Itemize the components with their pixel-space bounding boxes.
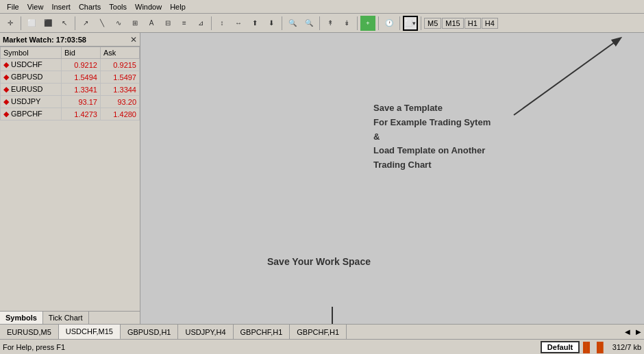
menu-insert[interactable]: Insert: [47, 3, 75, 11]
workspace-annotation: Save Your Work Space: [267, 255, 371, 269]
market-row[interactable]: ◆EURUSD 1.3341 1.3344: [1, 84, 140, 96]
diamond-icon: ◆: [3, 73, 9, 81]
toolbar-btn-10[interactable]: ≡: [177, 16, 192, 31]
symbol-cell: ◆USDJPY: [1, 96, 62, 108]
toolbar-btn-5[interactable]: ╲: [95, 16, 110, 31]
svg-line-0: [514, 38, 620, 115]
ask-value: 93.20: [100, 96, 139, 108]
toolbar-btn-2[interactable]: ⬛: [40, 16, 55, 31]
toolbar-btn-15[interactable]: ⬇: [264, 16, 279, 31]
toolbar-separator-2: [75, 16, 75, 30]
toolbar-btn-11[interactable]: ⊿: [193, 16, 208, 31]
menu-help[interactable]: Help: [166, 3, 190, 11]
menu-tools[interactable]: Tools: [105, 3, 131, 11]
market-row[interactable]: ◆GBPUSD 1.5494 1.5497: [1, 71, 140, 84]
market-watch-table: Symbol Bid Ask ◆USDCHF 0.9212 0.9215 ◆GB…: [0, 47, 140, 121]
bid-value: 1.3341: [61, 84, 100, 96]
clock-button[interactable]: 🕐: [382, 16, 397, 31]
chart-tab[interactable]: GBPUSD,H1: [121, 325, 179, 340]
diamond-icon: ◆: [3, 110, 9, 118]
toolbar-btn-8[interactable]: A: [144, 16, 159, 31]
chart-area: Save a Template For Example Trading Syte…: [140, 33, 644, 324]
symbol-cell: ◆USDCHF: [1, 59, 62, 71]
status-help-text: For Help, press F1: [3, 343, 534, 351]
diamond-icon: ◆: [3, 85, 9, 93]
status-right: ▐▌▐▌ 312/7 kb: [580, 342, 641, 353]
bottom-tabs-bar: EURUSD,M5USDCHF,M15GBPUSD,H1USDJPY,H4GBP…: [0, 324, 644, 339]
timeframe-buttons: M5 M15 H1 H4: [424, 18, 498, 29]
tab-tick-chart[interactable]: Tick Chart: [43, 312, 89, 324]
tf-m15[interactable]: M15: [442, 18, 463, 29]
menu-view[interactable]: View: [23, 3, 48, 11]
market-watch-close[interactable]: ✕: [130, 35, 137, 45]
annotation-arrows: [140, 33, 644, 324]
toolbar-btn-4[interactable]: ↗: [78, 16, 93, 31]
toolbar-separator-3: [211, 16, 212, 30]
tf-h1[interactable]: H1: [465, 18, 481, 29]
toolbar-btn-7[interactable]: ⊞: [127, 16, 143, 31]
chart-tab[interactable]: GBPCHF,H1: [290, 325, 347, 340]
menu-charts[interactable]: Charts: [75, 3, 105, 11]
workspace-label[interactable]: Default: [541, 341, 580, 353]
tabs-scroll-right[interactable]: ▶: [633, 328, 644, 336]
toolbar-btn-14[interactable]: ⬆: [247, 16, 262, 31]
chart-tab[interactable]: USDJPY,H4: [178, 325, 233, 340]
toolbar-separator-5: [319, 16, 320, 30]
tabs-scroll-left[interactable]: ◀: [622, 328, 633, 336]
toolbar-btn-1[interactable]: ⬜: [24, 16, 39, 31]
bid-value: 1.5494: [61, 71, 100, 84]
new-chart-button[interactable]: ✛: [3, 16, 18, 31]
toolbar-btn-17[interactable]: ↡: [339, 16, 354, 31]
main-layout: Market Watch: 17:03:58 ✕ Symbol Bid Ask …: [0, 33, 644, 324]
ask-value: 1.4280: [100, 108, 139, 121]
market-watch-header: Market Watch: 17:03:58 ✕: [0, 33, 140, 47]
symbol-cell: ◆EURUSD: [1, 84, 62, 96]
toolbar-separator-6: [357, 16, 358, 30]
toolbar-btn-6[interactable]: ∿: [111, 16, 126, 31]
toolbar: ✛ ⬜ ⬛ ↖ ↗ ╲ ∿ ⊞ A ⊟ ≡ ⊿ ↕ ↔ ⬆ ⬇ 🔍 🔍 ↟ ↡ …: [0, 14, 644, 33]
toolbar-btn-12[interactable]: ↕: [214, 16, 230, 31]
ask-value: 1.3344: [100, 84, 139, 96]
left-panel: Market Watch: 17:03:58 ✕ Symbol Bid Ask …: [0, 33, 140, 324]
col-ask: Ask: [100, 47, 139, 59]
diamond-icon: ◆: [3, 97, 9, 105]
symbol-cell: ◆GBPUSD: [1, 71, 62, 84]
market-row[interactable]: ◆USDCHF 0.9212 0.9215: [1, 59, 140, 71]
toolbar-btn-3[interactable]: ↖: [57, 16, 72, 31]
col-bid: Bid: [61, 47, 100, 59]
col-symbol: Symbol: [1, 47, 62, 59]
chart-type-icon: ▐▌▐▌: [580, 342, 607, 353]
ask-value: 0.9215: [100, 59, 139, 71]
bid-value: 93.17: [61, 96, 100, 108]
templates-button[interactable]: ⬜▾: [403, 16, 418, 31]
toolbar-separator-1: [21, 16, 21, 30]
toolbar-separator-8: [399, 16, 400, 30]
toolbar-btn-9[interactable]: ⊟: [160, 16, 175, 31]
market-row[interactable]: ◆USDJPY 93.17 93.20: [1, 96, 140, 108]
bid-value: 0.9212: [61, 59, 100, 71]
tab-symbols[interactable]: Symbols: [0, 312, 43, 324]
toolbar-btn-18[interactable]: +: [360, 16, 375, 31]
zoom-in-button[interactable]: 🔍: [285, 16, 300, 31]
symbol-cell: ◆GBPCHF: [1, 108, 62, 121]
market-watch-title: Market Watch: 17:03:58: [3, 36, 86, 44]
chart-tab[interactable]: GBPCHF,H1: [234, 325, 290, 340]
menu-file[interactable]: File: [3, 3, 23, 11]
template-annotation: Save a Template For Example Trading Syte…: [373, 101, 491, 173]
toolbar-btn-16[interactable]: ↟: [323, 16, 338, 31]
market-row[interactable]: ◆GBPCHF 1.4273 1.4280: [1, 108, 140, 121]
memory-display: 312/7 kb: [612, 343, 641, 351]
tf-h4[interactable]: H4: [482, 18, 498, 29]
status-bar: For Help, press F1 Default ▐▌▐▌ 312/7 kb: [0, 339, 644, 354]
chart-tab[interactable]: EURUSD,M5: [0, 325, 59, 340]
toolbar-separator-7: [378, 16, 379, 30]
left-tabs: Symbols Tick Chart: [0, 311, 140, 324]
tf-m5[interactable]: M5: [424, 18, 441, 29]
toolbar-btn-13[interactable]: ↔: [231, 16, 246, 31]
chart-tab[interactable]: USDCHF,M15: [59, 325, 121, 340]
zoom-out-button[interactable]: 🔍: [301, 16, 317, 31]
diamond-icon: ◆: [3, 60, 9, 68]
menu-bar: File View Insert Charts Tools Window Hel…: [0, 0, 644, 14]
menu-window[interactable]: Window: [131, 3, 166, 11]
toolbar-separator-4: [282, 16, 282, 30]
